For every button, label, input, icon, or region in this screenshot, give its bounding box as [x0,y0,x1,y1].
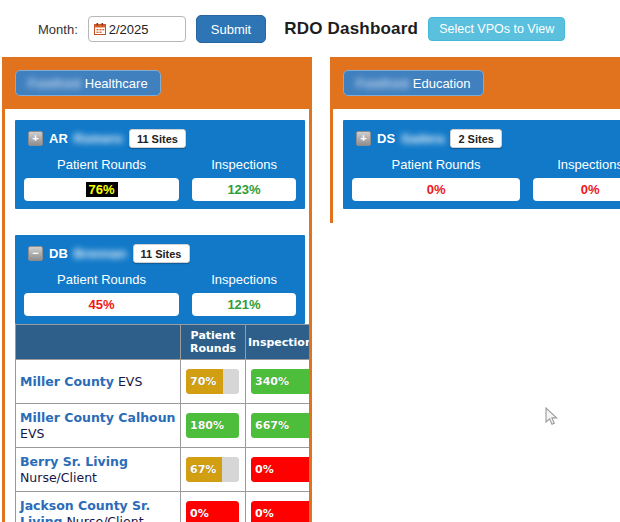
toolbar: Month: 2/2025 Submit RDO Dashboard Selec… [38,14,565,44]
select-vpos-button[interactable]: Select VPOs to View [428,17,565,41]
healthcare-label: Healthcare [85,76,148,91]
page-title: RDO Dashboard [284,19,418,39]
site-name-cell: Miller County Calhoun EVS [16,404,181,448]
inspections-bar: 340% [251,369,312,394]
education-header-button[interactable]: Forefront Education [343,70,484,96]
site-service-type: EVS [20,426,44,441]
mouse-cursor [545,407,559,427]
inspections-column-header: Inspections [246,325,313,360]
patient-rounds-label: Patient Rounds [24,272,179,287]
patient-rounds-label: Patient Rounds [352,157,520,172]
inspections-value-box: 121% [192,293,296,316]
site-service-type: Nurse/Client [67,514,144,522]
rdo-surname-blurred: Sadera [401,131,444,146]
table-row: Miller County EVS 70% 340% [16,360,313,404]
patient-rounds-column-header: Patient Rounds [181,325,246,360]
table-row: Miller County Calhoun EVS 180% 667% [16,404,313,448]
patient-rounds-label: Patient Rounds [24,157,179,172]
patient-rounds-value-box: 45% [24,293,179,316]
patient-rounds-value-box: 76% [24,178,179,201]
rdo-section-ar: + AR Romero 11 Sites Patient Rounds 76% … [15,120,305,209]
rdo-section-ds: + DS Sadera 2 Sites Patient Rounds 0% In… [343,120,620,209]
site-name-cell: Miller County EVS [16,360,181,404]
site-service-type: Nurse/Client [20,470,97,485]
education-panel-header: Forefront Education [333,57,620,109]
rdo-section-db: − DB Brennan 11 Sites Patient Rounds 45%… [15,235,305,324]
education-panel: Forefront Education + DS Sadera 2 Sites … [330,57,620,223]
inspections-bar: 0% [251,501,312,522]
blurred-brand-word: Forefront [28,76,81,91]
inspections-label: Inspections [533,157,620,172]
patient-rounds-bar: 180% [186,413,239,438]
inspections-bar: 667% [251,413,312,438]
collapse-icon[interactable]: − [28,246,43,261]
site-name-cell: Berry Sr. Living Nurse/Client [16,448,181,492]
patient-rounds-bar: 67% [186,457,239,482]
patient-rounds-bar: 70% [186,369,239,394]
submit-button[interactable]: Submit [196,15,266,43]
table-row: Berry Sr. Living Nurse/Client 67% 0% [16,448,313,492]
inspections-value-box: 123% [192,178,296,201]
month-value: 2/2025 [109,22,149,37]
site-link[interactable]: Miller County Calhoun [20,410,176,425]
blurred-brand-word: Forefront [356,76,409,91]
expand-icon[interactable]: + [28,131,43,146]
rdo-surname-blurred: Brennan [74,246,127,261]
inspections-value-box: 0% [533,178,620,201]
healthcare-panel: Forefront Healthcare + AR Romero 11 Site… [2,57,312,522]
patient-rounds-value: 0% [427,182,446,197]
site-service-type: EVS [118,374,142,389]
patient-rounds-bar: 0% [186,501,239,522]
sites-count-badge: 2 Sites [450,129,501,148]
education-label: Education [413,76,471,91]
table-row: Jackson County Sr. Living Nurse/Client 0… [16,492,313,522]
patient-rounds-value-box: 0% [352,178,520,201]
rdo-surname-blurred: Romero [74,131,123,146]
sites-count-badge: 11 Sites [129,129,186,148]
site-link[interactable]: Miller County [20,374,114,389]
inspections-label: Inspections [192,272,296,287]
rdo-initials: AR [49,131,68,146]
patient-rounds-value: 76% [86,182,118,197]
rdo-section-ar-title: + AR Romero 11 Sites [28,129,296,148]
site-link[interactable]: Berry Sr. Living [20,454,128,469]
inspections-label: Inspections [192,157,296,172]
inspections-value: 0% [581,182,600,197]
sites-count-badge: 11 Sites [133,244,190,263]
expand-icon[interactable]: + [356,131,371,146]
rdo-initials: DS [377,131,395,146]
rdo-initials: DB [49,246,68,261]
rdo-section-db-title: − DB Brennan 11 Sites [28,244,296,263]
table-header-row: Patient Rounds Inspections [16,325,313,360]
patient-rounds-value: 45% [89,297,115,312]
sites-table: Patient Rounds Inspections Miller County… [15,324,312,522]
healthcare-panel-header: Forefront Healthcare [5,57,309,109]
healthcare-header-button[interactable]: Forefront Healthcare [15,70,161,96]
site-column-header [16,325,181,360]
inspections-value: 123% [227,182,260,197]
inspections-value: 121% [227,297,260,312]
rdo-section-ds-title: + DS Sadera 2 Sites [356,129,620,148]
site-name-cell: Jackson County Sr. Living Nurse/Client [16,492,181,522]
month-input[interactable]: 2/2025 [88,16,186,42]
inspections-bar: 0% [251,457,312,482]
calendar-icon [94,23,106,35]
month-label: Month: [38,22,78,37]
